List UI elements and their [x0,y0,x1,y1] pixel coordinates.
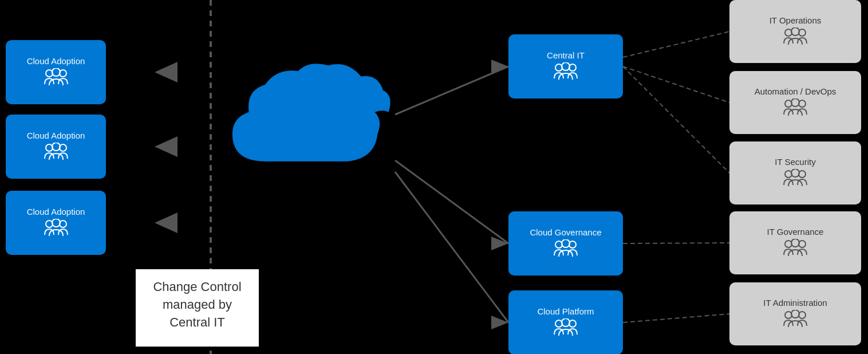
it-operations-box: IT Operations [729,0,861,63]
svg-point-36 [785,241,792,247]
svg-point-30 [785,100,792,107]
people-icon-2 [44,143,69,163]
svg-point-20 [569,64,576,71]
svg-point-11 [60,70,66,77]
svg-point-25 [562,318,570,327]
arrow-adoption-3 [155,213,177,233]
adoption-box-2: Cloud Adoption [6,115,106,179]
svg-point-28 [791,27,799,36]
svg-point-13 [52,143,60,151]
svg-line-3 [395,172,508,322]
svg-point-39 [785,312,792,318]
svg-point-38 [799,241,806,247]
svg-point-35 [799,171,806,178]
arrow-adoption-2 [155,136,177,157]
svg-point-18 [555,64,562,71]
people-icon-cloud-gov [553,239,578,260]
svg-point-32 [799,100,806,107]
arrow-adoption-1 [155,62,177,82]
adoption-box-1: Cloud Adoption [6,40,106,104]
arrow-cloud-to-governance [491,237,508,250]
cloud-shape [218,57,395,186]
people-icon-it-admin [783,310,808,331]
central-it-box: Central IT [508,34,623,99]
svg-point-27 [785,29,792,36]
it-administration-box: IT Administration [729,282,861,345]
svg-point-40 [791,310,799,318]
it-governance-box: IT Governance [729,211,861,274]
cloud-platform-box: Cloud Platform [508,290,623,354]
svg-line-6 [623,66,729,173]
svg-point-12 [46,144,53,151]
svg-point-24 [555,320,562,327]
svg-point-23 [569,241,576,248]
people-icon-3 [44,219,69,239]
people-icon-it-gov [783,239,808,259]
cloud-governance-box: Cloud Governance [508,211,623,276]
people-icon-cloud-platform [553,318,578,339]
automation-devops-box: Automation / DevOps [729,71,861,134]
it-security-box: IT Security [729,141,861,204]
people-icon-auto-devops [783,99,808,119]
svg-line-4 [623,32,729,57]
svg-point-29 [799,29,806,36]
svg-point-21 [555,241,562,248]
arrow-cloud-to-platform [491,316,508,329]
svg-point-17 [60,221,66,227]
svg-point-33 [785,171,792,178]
svg-line-8 [623,314,729,322]
people-icon-1 [44,68,69,89]
diagram: Cloud Adoption Cloud Adoption [0,0,868,354]
svg-point-31 [791,99,799,107]
svg-point-15 [46,221,53,227]
adoption-box-3: Cloud Adoption [6,191,106,255]
people-icon-it-ops [783,27,808,48]
svg-point-34 [791,169,799,177]
people-icon-central-it [553,62,578,83]
svg-point-41 [799,312,806,318]
svg-point-14 [60,144,66,151]
arrow-cloud-to-central [491,60,508,73]
svg-line-7 [623,243,729,243]
svg-line-5 [623,66,729,103]
svg-point-10 [52,68,60,76]
svg-point-9 [46,70,53,77]
people-icon-it-sec [783,169,808,190]
svg-point-26 [569,320,576,327]
svg-line-1 [395,66,508,115]
svg-point-37 [791,239,799,247]
svg-point-22 [562,239,570,247]
svg-point-19 [562,62,570,70]
change-control-text: Change Control managed by Central IT [136,269,259,347]
svg-point-16 [52,219,60,227]
svg-line-2 [395,160,508,243]
